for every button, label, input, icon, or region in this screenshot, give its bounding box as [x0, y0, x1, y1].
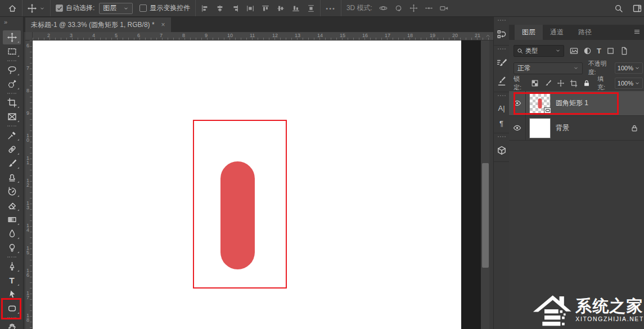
align-horizontal-centers-icon[interactable]	[216, 4, 224, 12]
align-right-edges-icon[interactable]	[231, 4, 239, 12]
document-tab[interactable]: 未标题-1 @ 33.3% (圆角矩形 1, RGB/8) * ×	[25, 17, 171, 32]
tool-group-gripper	[7, 256, 16, 258]
align-top-edges-icon[interactable]	[262, 4, 269, 12]
brush-settings-panel-icon[interactable]	[497, 58, 507, 68]
blend-mode-dropdown[interactable]: 正常	[514, 62, 583, 74]
panel-menu-icon[interactable]	[633, 28, 641, 35]
layer-visibility-toggle[interactable]	[509, 116, 526, 140]
h-ruler-label: 10	[227, 33, 233, 38]
check-icon	[57, 6, 62, 11]
search-icon[interactable]	[614, 4, 623, 13]
layer-visibility-toggle[interactable]	[509, 91, 526, 115]
scroll-up-icon[interactable]	[485, 33, 491, 39]
lock-artboard-icon[interactable]	[570, 79, 578, 87]
quick-selection-tool[interactable]	[3, 77, 21, 91]
layer-thumbnail[interactable]	[530, 94, 550, 113]
layers-panel: 图层通道路径 类型 T 正常 不透明度: 100% 锁定: 填充:	[509, 17, 644, 329]
paragraph-panel-icon[interactable]: ¶	[499, 120, 503, 127]
lock-transparency-icon[interactable]	[531, 79, 539, 87]
camera-3d-icon[interactable]	[440, 4, 448, 12]
h-ruler-label: 11	[250, 33, 255, 38]
blur-tool[interactable]	[3, 227, 21, 241]
canvas[interactable]	[33, 40, 461, 329]
eraser-tool[interactable]	[3, 199, 21, 213]
auto-select-target-dropdown[interactable]: 图层	[99, 3, 133, 14]
rounded-rectangle-shape[interactable]	[220, 161, 255, 269]
brushes-panel-icon[interactable]	[497, 76, 507, 86]
close-tab-icon[interactable]: ×	[161, 21, 165, 29]
v-ruler-label: 1 7	[26, 291, 29, 300]
fill-value: 100%	[618, 80, 633, 87]
opacity-dropdown[interactable]: 100%	[615, 62, 643, 74]
crop-tool[interactable]	[3, 96, 21, 110]
layer-row[interactable]: 圆角矩形 1	[509, 91, 644, 116]
tools-panel: » T	[0, 17, 24, 329]
type-tool[interactable]: T	[3, 273, 21, 287]
more-options-button[interactable]: •••	[326, 5, 336, 12]
slide-3d-icon[interactable]	[425, 4, 433, 12]
layer-filter-dropdown[interactable]: 类型	[514, 45, 564, 57]
opacity-value: 100%	[618, 65, 633, 71]
layer-row[interactable]: 背景	[509, 116, 644, 141]
lock-pixels-icon[interactable]	[544, 79, 552, 87]
auto-select-checkbox[interactable]	[56, 4, 63, 12]
gradient-tool[interactable]	[3, 213, 21, 227]
home-icon[interactable]	[8, 4, 17, 13]
filter-shape-layers-icon[interactable]	[606, 47, 615, 55]
v-ruler-label: 1 6	[26, 269, 29, 277]
eye-icon	[513, 99, 521, 107]
tab-layers[interactable]: 图层	[515, 25, 543, 40]
hand-tool[interactable]	[3, 320, 21, 329]
lock-all-icon[interactable]	[583, 79, 591, 87]
dodge-tool[interactable]	[3, 241, 21, 255]
vertical-scrollbar-thumb[interactable]	[482, 163, 489, 268]
roll-3d-icon[interactable]	[394, 4, 403, 12]
filter-smart-objects-icon[interactable]	[620, 47, 628, 55]
pen-tool[interactable]	[3, 259, 21, 273]
path-selection-tool[interactable]	[3, 287, 21, 301]
align-bottom-edges-icon[interactable]	[292, 4, 300, 12]
filter-pixel-layers-icon[interactable]	[570, 47, 578, 55]
filter-type-layers-icon[interactable]: T	[597, 47, 601, 55]
tab-paths[interactable]: 路径	[571, 25, 599, 40]
layer-thumbnail[interactable]	[530, 119, 550, 138]
3d-panel-icon[interactable]	[497, 146, 507, 156]
frame-tool[interactable]	[3, 110, 21, 124]
distribute-horizontal-icon[interactable]	[246, 4, 254, 12]
brush-tool[interactable]	[3, 156, 21, 170]
layer-name[interactable]: 背景	[556, 123, 569, 133]
lasso-tool[interactable]	[3, 63, 21, 77]
current-tool-indicator[interactable]	[28, 4, 45, 13]
history-brush-tool[interactable]	[3, 184, 21, 199]
lock-position-icon[interactable]	[557, 79, 565, 87]
workspace-switcher-icon[interactable]	[633, 4, 642, 13]
collapsed-panels-strip: A|¶	[493, 17, 509, 329]
drag-3d-icon[interactable]	[409, 4, 418, 12]
h-ruler-label: 7	[160, 33, 163, 38]
tab-channels[interactable]: 通道	[543, 25, 571, 40]
auto-select-label: 自动选择:	[66, 3, 94, 13]
rounded-rectangle-tool[interactable]	[3, 301, 21, 316]
v-ruler-label: 1 1	[26, 156, 29, 165]
character-panel-icon[interactable]: A|	[498, 105, 505, 112]
toolbar-collapse-button[interactable]: »	[4, 19, 7, 25]
type-tool-glyph: T	[9, 276, 14, 285]
orbit-3d-icon[interactable]	[379, 4, 388, 12]
eyedropper-tool[interactable]	[3, 128, 21, 142]
layer-name[interactable]: 圆角矩形 1	[556, 98, 588, 108]
watermark: 系统之家 XITONGZHIJIA.NET	[532, 292, 644, 328]
filter-adjustment-layers-icon[interactable]	[583, 47, 592, 55]
clone-stamp-tool[interactable]	[3, 170, 21, 184]
v-ruler-label: 8	[26, 89, 29, 93]
align-left-edges-icon[interactable]	[201, 4, 209, 12]
vertical-scrollbar[interactable]	[481, 40, 489, 329]
rectangular-marquee-tool[interactable]	[3, 44, 21, 58]
watermark-title: 系统之家	[575, 298, 644, 314]
show-transform-checkbox[interactable]	[139, 4, 147, 12]
fill-dropdown[interactable]: 100%	[615, 78, 643, 89]
align-vertical-centers-icon[interactable]	[277, 4, 285, 12]
history-panel-icon[interactable]	[497, 29, 507, 39]
distribute-vertical-icon[interactable]	[307, 4, 315, 12]
move-tool[interactable]	[3, 30, 21, 44]
spot-healing-brush-tool[interactable]	[3, 142, 21, 156]
